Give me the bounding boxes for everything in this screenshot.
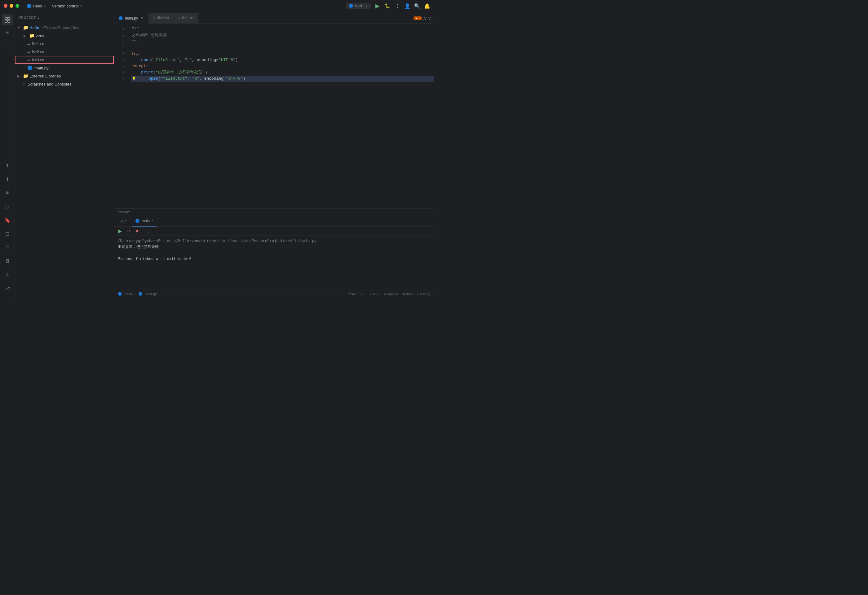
activity-bar-bottom: ⬆ ⬇ ≡ ▷ 🔖 ⊟ ⎙ 🗑 ⚠ ⎇ (2, 160, 13, 295)
code-line-3: """ (131, 38, 434, 45)
tree-item-main[interactable]: 🔵 main.py (15, 64, 114, 72)
code-line-5: try: (131, 51, 434, 57)
txt-file-icon: ≡ (27, 41, 30, 46)
project-icon: 🔵 (118, 292, 122, 296)
activity-print-icon[interactable]: ⎙ (2, 242, 13, 253)
txt-file-icon: ≡ (27, 57, 30, 62)
panel-tab-close[interactable]: × (152, 219, 154, 222)
notifications-icon[interactable]: 🔔 (424, 3, 430, 9)
tree-item-file1[interactable]: ≡ file1.txt (15, 40, 114, 48)
maximize-button[interactable] (16, 4, 19, 8)
activity-down-icon[interactable]: ⬇ (2, 174, 13, 185)
account-icon[interactable]: 👤 (404, 3, 410, 9)
status-python[interactable]: Python 3.8 (Hello) (403, 292, 430, 296)
status-file[interactable]: 🔵 main.py (138, 292, 157, 296)
activity-layers-icon[interactable]: ≡ (2, 187, 13, 198)
tree-item-ext-libs[interactable]: ▶ 📁 External Libraries (15, 72, 114, 80)
chevron-icon: ▶ (24, 34, 28, 37)
code-line-7: except: (131, 63, 434, 69)
run-button[interactable]: ▶ (375, 3, 381, 9)
run-toolbar-btn[interactable]: ▶ (117, 228, 123, 234)
status-line-ending[interactable]: LF (361, 292, 365, 296)
close-button[interactable] (4, 4, 7, 8)
status-time: 9:45 (349, 292, 356, 296)
rerun-toolbar-btn[interactable]: ↺ (125, 228, 132, 234)
activity-find-icon[interactable]: ⊞ (2, 27, 13, 38)
activity-bookmark-icon[interactable]: 🔖 (2, 215, 13, 225)
txt-tab-icon: ≡ (178, 16, 180, 20)
svg-rect-1 (8, 17, 10, 19)
activity-more-icon[interactable]: ⋯ (2, 39, 13, 50)
sidebar: Project ∨ ▼ 📁 Hello ~/PycharmProjects/He… (15, 12, 114, 298)
folder-icon: 📁 (29, 33, 34, 38)
activity-terminal-icon[interactable]: ⊟ (2, 228, 13, 239)
panel-tab-main[interactable]: 🔵 main × (132, 216, 156, 227)
tab-bar-right: ▲ 3 ∧ ∨ (411, 13, 434, 23)
code-line-4 (131, 45, 434, 51)
stop-toolbar-btn[interactable]: ■ (134, 228, 141, 234)
editor-status-hint: except (114, 208, 434, 216)
code-line-2: 文件操作 代码示例 (131, 32, 434, 38)
tab-close-main[interactable]: × (140, 16, 144, 21)
sidebar-header: Project ∨ (15, 12, 114, 24)
panel-tabs: Run 🔵 main × (114, 216, 434, 227)
scroll-up-icon[interactable]: ∧ (423, 15, 427, 21)
status-encoding[interactable]: UTF-8 (370, 292, 379, 296)
run-config[interactable]: 🔵 main ∨ (345, 3, 371, 9)
code-line-9: 💡 open("file3.txt", "w", encoding="UTF-8… (131, 76, 434, 82)
console-line-4: Process finished with exit code 0 (118, 256, 430, 262)
debug-button[interactable]: 🐛 (384, 3, 391, 9)
tree-item-hello-root[interactable]: ▼ 📁 Hello ~/PycharmProjects/Hello (15, 24, 114, 32)
chevron-icon: ▶ (17, 74, 22, 78)
panel-tab-run[interactable]: Run (117, 216, 130, 227)
bottom-panel: Run 🔵 main × ▶ ↺ ■ ⋮ /Users/zyq/PycharmP… (114, 216, 434, 290)
tab-file1-txt[interactable]: ≡ file1.txt (174, 13, 198, 23)
tab-bar: 🔵 main.py × ≡ file2.txt ≡ file1.txt ▲ 3 … (114, 12, 434, 24)
status-right: 9:45 LF UTF-8 4 spaces Python 3.8 (Hello… (349, 292, 430, 296)
code-line-8: print("出现异常，进行异常处理") (131, 69, 434, 76)
titlebar: 🔵 Hello ∨ Version control ∨ 🔵 main ∨ ▶ 🐛… (0, 0, 434, 12)
bulb-icon[interactable]: 💡 (131, 76, 136, 81)
scroll-down-icon[interactable]: ∨ (428, 15, 431, 21)
tree-item-file2[interactable]: ≡ file2.txt (15, 48, 114, 56)
activity-delete-icon[interactable]: 🗑 (2, 255, 13, 267)
sidebar-content: ▼ 📁 Hello ~/PycharmProjects/Hello ▶ 📁 ve… (15, 24, 114, 298)
titlebar-right: 🔵 main ∨ ▶ 🐛 ⋮ 👤 🔍 🔔 (345, 3, 430, 9)
chevron-icon: ▼ (17, 26, 22, 29)
svg-rect-2 (5, 20, 7, 22)
status-indent[interactable]: 4 spaces (384, 292, 398, 296)
scratches-icon: ≡ (23, 82, 25, 86)
tree-item-scratches[interactable]: ▶ ≡ Scratches and Consoles (15, 80, 114, 88)
status-project[interactable]: 🔵 Hello (118, 292, 132, 296)
editor-area: 🔵 main.py × ≡ file2.txt ≡ file1.txt ▲ 3 … (114, 12, 434, 298)
code-line-1: """ (131, 26, 434, 32)
activity-git-icon[interactable]: ⬆ (2, 160, 13, 171)
menu-hello[interactable]: 🔵 Hello ∨ (24, 3, 48, 9)
tree-item-file3[interactable]: ≡ file3.txt (15, 56, 114, 64)
tree-item-venv[interactable]: ▶ 📁 venv (15, 32, 114, 40)
activity-warning-icon[interactable]: ⚠ (2, 269, 13, 280)
svg-rect-0 (5, 17, 7, 19)
code-content[interactable]: """ 文件操作 代码示例 """ try: open("file3.txt",… (129, 24, 434, 208)
txt-file-icon: ≡ (27, 49, 30, 54)
svg-rect-3 (8, 20, 10, 22)
minimize-button[interactable] (10, 4, 13, 8)
main-container: ⊞ ⋯ ⬆ ⬇ ≡ ▷ 🔖 ⊟ ⎙ 🗑 ⚠ ⎇ Project ∨ ▼ 📁 He… (0, 12, 434, 298)
tab-main-py[interactable]: 🔵 main.py × (114, 13, 149, 24)
search-icon[interactable]: 🔍 (414, 3, 420, 9)
activity-bar: ⊞ ⋯ ⬆ ⬇ ≡ ▷ 🔖 ⊟ ⎙ 🗑 ⚠ ⎇ (0, 12, 15, 298)
code-line-6: open("file3.txt", "r", encoding="UTF-8") (131, 57, 434, 63)
titlebar-menu: 🔵 Hello ∨ Version control ∨ (24, 3, 85, 9)
menu-version-control[interactable]: Version control ∨ (50, 3, 85, 9)
console-line-2: 出现异常，进行异常处理 (118, 244, 430, 250)
more-actions-button[interactable]: ⋮ (394, 3, 400, 9)
more-toolbar-btn[interactable]: ⋮ (145, 228, 152, 234)
console-line-3 (118, 250, 430, 256)
tab-file2-txt[interactable]: ≡ file2.txt (149, 13, 174, 23)
activity-project-icon[interactable] (2, 14, 13, 25)
activity-run-icon[interactable]: ▷ (2, 201, 13, 212)
warnings-badge: ▲ 3 (413, 16, 422, 20)
status-bar: 🔵 Hello › 🔵 main.py 9:45 LF UTF-8 4 spac… (114, 290, 434, 298)
status-left: 🔵 Hello › 🔵 main.py (118, 292, 156, 296)
activity-branch-icon[interactable]: ⎇ (2, 283, 13, 294)
